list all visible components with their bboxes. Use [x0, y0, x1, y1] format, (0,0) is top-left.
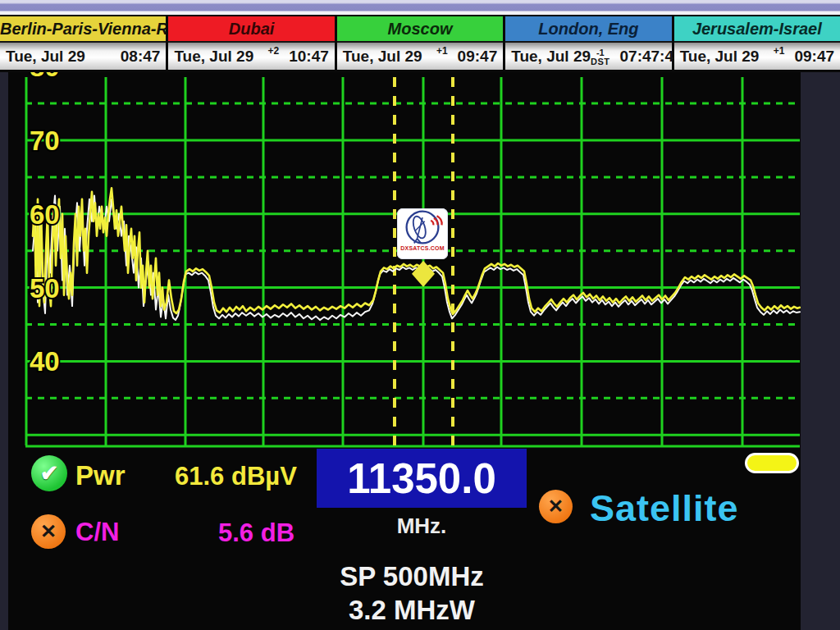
world-clock-bar: Berlin-Paris-Vienna-Roma Tue, Jul 29 08:… [0, 15, 840, 72]
y-axis-tick-label: 40 [30, 346, 60, 377]
frequency-unit: MHz. [317, 514, 527, 539]
clock-utc-offset: +2 [268, 45, 280, 57]
clock-panel-jerusalem: Jerusalem-Israel Tue, Jul 29 +1 09:47 [674, 16, 840, 70]
satellite-dish-icon [399, 208, 445, 248]
clock-city-label: Jerusalem-Israel [674, 16, 840, 43]
cn-status-x-icon: ✕ [31, 514, 66, 549]
clock-utc-offset: +1 [436, 45, 448, 57]
bandwidth-readout: 3.2 MHzW [248, 595, 576, 626]
clock-time-row: Tue, Jul 29 +1 09:47 [337, 43, 503, 70]
clock-time: 08:47 [121, 48, 161, 66]
clock-time-row: Tue, Jul 29 +1 09:47 [674, 43, 840, 70]
pwr-label: Pwr [75, 460, 126, 491]
pwr-value: 61.6 dBµV [175, 462, 297, 491]
window-top-strip [0, 0, 840, 15]
span-readout: SP 500MHz [248, 561, 576, 592]
meter-screenshot: Berlin-Paris-Vienna-Roma Tue, Jul 29 08:… [0, 0, 840, 630]
clock-time-row: Tue, Jul 29 -1 DST 07:47:49 [505, 43, 671, 70]
soft-key-pill[interactable] [745, 453, 799, 473]
clock-time: 09:47 [458, 48, 498, 66]
clock-time: 07:47:49 [620, 48, 682, 66]
clock-panel-berlin: Berlin-Paris-Vienna-Roma Tue, Jul 29 08:… [0, 16, 166, 70]
spectrum-plot: 8070605040 [8, 72, 801, 448]
frequency-value: 11350.0 [347, 454, 496, 503]
clock-date: Tue, Jul 29 [511, 48, 591, 66]
y-axis-tick-label: 80 [30, 72, 60, 82]
clock-date: Tue, Jul 29 [6, 48, 85, 66]
dxsatcs-logo: DXSATCS.COM [397, 208, 448, 259]
clock-time: 09:47 [794, 48, 834, 66]
clock-date: Tue, Jul 29 [174, 48, 253, 66]
clock-city-label: Moscow [337, 16, 503, 43]
satellite-status-x-icon: ✕ [539, 490, 573, 523]
frequency-display[interactable]: 11350.0 [317, 449, 527, 508]
clock-time-row: Tue, Jul 29 +2 10:47 [168, 43, 334, 70]
y-axis-tick-label: 60 [30, 199, 60, 230]
y-axis-tick-label: 50 [30, 273, 60, 304]
clock-panel-dubai: Dubai Tue, Jul 29 +2 10:47 [168, 16, 334, 70]
clock-time-row: Tue, Jul 29 08:47 [0, 43, 166, 70]
clock-city-label: London, Eng [505, 16, 671, 43]
clock-time: 10:47 [289, 48, 329, 66]
clock-panel-london: London, Eng Tue, Jul 29 -1 DST 07:47:49 [505, 16, 671, 70]
clock-city-label: Dubai [168, 16, 334, 43]
satellite-label: Satellite [590, 487, 739, 530]
clock-dst-offset: -1 DST [591, 48, 610, 66]
logo-text: DXSATCS.COM [400, 245, 444, 251]
clock-panel-moscow: Moscow Tue, Jul 29 +1 09:47 [337, 16, 503, 70]
y-axis-tick-label: 70 [30, 126, 60, 156]
cn-value: 5.6 dB [218, 518, 294, 548]
clock-utc-offset: +1 [774, 45, 785, 57]
clock-date: Tue, Jul 29 [343, 48, 422, 66]
cn-label: C/N [75, 518, 119, 547]
pwr-status-check-icon: ✔ [31, 455, 67, 491]
clock-city-label: Berlin-Paris-Vienna-Roma [0, 16, 166, 43]
clock-date: Tue, Jul 29 [680, 48, 760, 66]
